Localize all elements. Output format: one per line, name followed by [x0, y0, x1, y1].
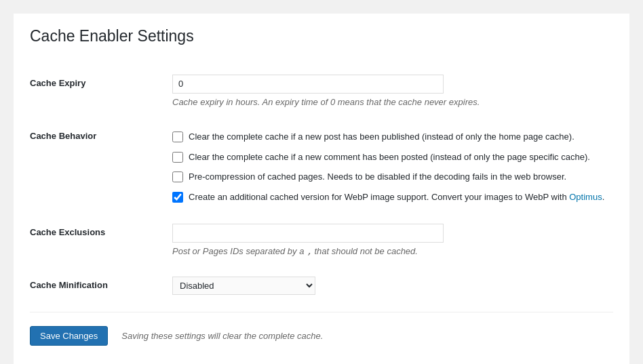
cache-expiry-description: Cache expiry in hours. An expiry time of…: [172, 97, 606, 107]
save-note: Saving these settings will clear the com…: [121, 331, 323, 341]
cache-minification-label: Cache Minification: [30, 266, 165, 305]
checkbox-row-2: Clear the complete cache if a new commen…: [172, 150, 606, 164]
cache-behavior-label: Cache Behavior: [30, 117, 165, 214]
cache-exclusions-cell: Post or Pages IDs separated by a , that …: [165, 214, 613, 266]
cache-behavior-cell: Clear the complete cache if a new post h…: [165, 117, 613, 214]
checkbox-row-4: Create an additional cached version for …: [172, 190, 606, 204]
settings-wrap: Cache Enabler Settings Cache Expiry Cach…: [14, 14, 629, 364]
cache-exclusions-description: Post or Pages IDs separated by a , that …: [172, 246, 606, 256]
checkbox-group: Clear the complete cache if a new post h…: [172, 130, 606, 203]
cache-expiry-label: Cache Expiry: [30, 64, 165, 117]
cache-minification-row: Cache Minification Disabled HTML HTML + …: [30, 266, 613, 305]
checkbox-precompression[interactable]: [172, 171, 183, 182]
checkbox-webp-label: Create an additional cached version for …: [189, 190, 604, 204]
checkbox-new-post[interactable]: [172, 132, 183, 142]
settings-table: Cache Expiry Cache expiry in hours. An e…: [30, 64, 613, 305]
cache-behavior-row: Cache Behavior Clear the complete cache …: [30, 117, 613, 214]
checkbox-new-comment-label: Clear the complete cache if a new commen…: [189, 150, 590, 164]
page-title: Cache Enabler Settings: [30, 27, 613, 51]
checkbox-row-3: Pre-compression of cached pages. Needs t…: [172, 170, 606, 184]
checkbox-webp[interactable]: [172, 192, 183, 203]
cache-minification-cell: Disabled HTML HTML + Inline JS HTML + In…: [165, 266, 613, 305]
cache-expiry-cell: Cache expiry in hours. An expiry time of…: [165, 64, 613, 117]
cache-exclusions-label: Cache Exclusions: [30, 214, 165, 266]
checkbox-new-post-label: Clear the complete cache if a new post h…: [189, 130, 574, 144]
cache-exclusions-input[interactable]: [172, 224, 444, 243]
submit-row: Save Changes Saving these settings will …: [30, 312, 613, 352]
cache-minification-select[interactable]: Disabled HTML HTML + Inline JS HTML + In…: [172, 277, 315, 295]
checkbox-precompression-label: Pre-compression of cached pages. Needs t…: [189, 170, 566, 184]
cache-expiry-input[interactable]: [172, 75, 444, 94]
cache-exclusions-row: Cache Exclusions Post or Pages IDs separ…: [30, 214, 613, 266]
checkbox-new-comment[interactable]: [172, 152, 183, 163]
optimus-link[interactable]: Optimus: [569, 192, 602, 202]
checkbox-row-1: Clear the complete cache if a new post h…: [172, 130, 606, 144]
save-changes-button[interactable]: Save Changes: [30, 326, 108, 346]
cache-expiry-row: Cache Expiry Cache expiry in hours. An e…: [30, 64, 613, 117]
